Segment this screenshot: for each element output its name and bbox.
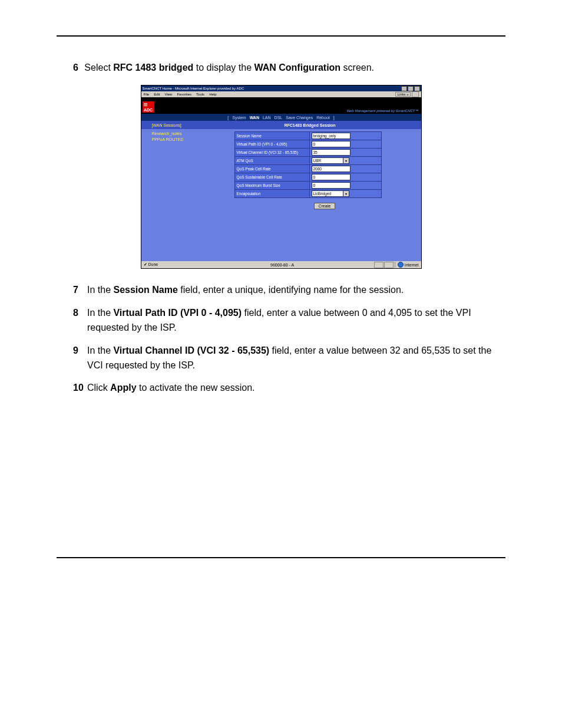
steps-list: 7In the Session Name field, enter a uniq…: [73, 283, 505, 396]
instruction-step: 9In the Virtual Channel ID (VCI 32 - 65,…: [73, 344, 505, 373]
step-number: 8: [73, 306, 78, 321]
form-row-value-cell: 0: [309, 182, 381, 190]
form-row-value-cell: bridging_only: [309, 132, 381, 140]
form-row-value-cell: UBR▾: [309, 157, 381, 165]
form-row: QoS Peak Cell Rate2000: [234, 165, 381, 173]
step-bold-text: Virtual Channel ID (VCI 32 - 65,535): [113, 345, 269, 355]
go-button-icon[interactable]: [412, 91, 419, 97]
form-row-label: Virtual Path ID (VPI 0 - 4,095): [234, 140, 309, 149]
form-row-value-cell: 0: [309, 140, 381, 149]
top-nav: [ System WAN LAN DSL Save Changes Reboot…: [141, 114, 421, 121]
nav-system[interactable]: System: [232, 116, 246, 120]
instr-screen-name: WAN Configuration: [254, 62, 340, 73]
nav-wan[interactable]: WAN: [250, 116, 259, 120]
menu-edit[interactable]: Edit: [154, 93, 160, 96]
minimize-icon[interactable]: [401, 86, 407, 91]
menu-favorites[interactable]: Favorites: [177, 93, 191, 96]
top-rule: [57, 35, 505, 37]
form-row-label: Session Name: [234, 132, 309, 140]
nav-bracket-left: [: [227, 116, 229, 120]
form-input[interactable]: 0: [312, 182, 351, 189]
instr-suffix: screen.: [340, 62, 374, 73]
status-mid: 96000-80 - A: [191, 263, 374, 267]
browser-menubar: File Edit View Favorites Tools Help Link…: [141, 91, 421, 97]
step-text: to activate the new session.: [137, 383, 255, 393]
sidebar-item-pppoa[interactable]: PPPoA ROUTED: [152, 137, 234, 141]
step-number: 7: [73, 283, 78, 298]
status-done-text: Done: [148, 262, 158, 266]
sub-nav-bar: [WAN Sessions] RFC1483 Bridged Session: [141, 121, 421, 129]
form-select[interactable]: UBR▾: [312, 157, 349, 164]
status-internet: Internet: [405, 263, 419, 267]
menu-help[interactable]: Help: [209, 93, 216, 96]
nav-lan[interactable]: LAN: [263, 116, 271, 120]
chevron-down-icon[interactable]: ▾: [343, 157, 349, 164]
form-input[interactable]: 0: [312, 141, 351, 147]
window-title: SmartCNCT Home - Microsoft Internet Expl…: [143, 87, 244, 90]
step-text: In the: [87, 285, 113, 295]
window-titlebar: SmartCNCT Home - Microsoft Internet Expl…: [141, 85, 421, 91]
step-number: 10: [73, 381, 84, 396]
form-input[interactable]: 35: [312, 149, 351, 156]
instruction-step: 10Click Apply to activate the new sessio…: [73, 381, 505, 396]
form-select-value[interactable]: LlcBridged: [312, 190, 343, 197]
nav-bracket-right: ]: [333, 116, 335, 120]
window-buttons: [401, 86, 420, 91]
chevron-down-icon[interactable]: ▾: [343, 190, 349, 197]
sidebar: Research_notes PPPoA ROUTED: [141, 129, 234, 253]
bottom-rule: [57, 557, 505, 558]
step-text: Click: [87, 383, 110, 393]
step-text: field, enter a unique, identifying name …: [178, 285, 404, 295]
form-row: Session Namebridging_only: [234, 132, 381, 140]
step-text: In the: [87, 345, 113, 355]
menu-view[interactable]: View: [165, 93, 173, 96]
form-row-label: QoS Sustainable Cell Rate: [234, 173, 309, 182]
form-select[interactable]: LlcBridged▾: [312, 190, 349, 197]
status-box-2: [384, 262, 394, 268]
create-button[interactable]: Create: [314, 203, 335, 209]
form-input[interactable]: 0: [312, 174, 351, 180]
menu-file[interactable]: File: [144, 93, 150, 96]
sidebar-item-research[interactable]: Research_notes: [152, 131, 234, 136]
step-text: In the: [87, 308, 113, 318]
form-select-value[interactable]: UBR: [312, 157, 343, 164]
form-row-label: QoS Peak Cell Rate: [234, 165, 309, 173]
menu-tools[interactable]: Tools: [196, 93, 204, 96]
maximize-icon[interactable]: [408, 86, 414, 91]
nav-dsl[interactable]: DSL: [275, 116, 283, 120]
form-row: QoS Sustainable Cell Rate0: [234, 173, 381, 182]
form-input[interactable]: 2000: [312, 166, 351, 172]
status-box-1: [374, 262, 384, 268]
form-row-value-cell: 0: [309, 173, 381, 182]
form-row-label: ATM QoS: [234, 157, 309, 165]
instruction-line: 6 Select RFC 1483 bridged to display the…: [73, 61, 505, 74]
nav-save[interactable]: Save Changes: [286, 116, 313, 120]
app-header: ADC Web Management powered by SmartCNCT™: [141, 97, 421, 114]
wan-sessions-link[interactable]: [WAN Sessions]: [141, 123, 234, 127]
panel-title: RFC1483 Bridged Session: [234, 123, 386, 127]
close-icon[interactable]: [414, 86, 420, 91]
form-row-value-cell: LlcBridged▾: [309, 190, 381, 198]
form-row: Virtual Path ID (VPI 0 - 4,095)0: [234, 140, 381, 149]
form-row-label: Virtual Channel ID (VCI 32 - 65,535): [234, 149, 309, 157]
step-bold-text: Apply: [110, 383, 136, 393]
nav-reboot[interactable]: Reboot: [316, 116, 330, 120]
main-panel: Session Namebridging_onlyVirtual Path ID…: [234, 129, 421, 253]
form-row: EncapsulationLlcBridged▾: [234, 190, 381, 198]
form-row: Virtual Channel ID (VCI 32 - 65,535)35: [234, 149, 381, 157]
form-input[interactable]: bridging_only: [312, 133, 351, 139]
app-tagline: Web Management powered by SmartCNCT™: [347, 109, 419, 113]
instr-link: RFC 1483 bridged: [113, 62, 193, 73]
form-row-label: Encapsulation: [234, 190, 309, 198]
adc-logo: ADC: [143, 101, 154, 113]
form-row: QoS Maximum Burst Size0: [234, 182, 381, 190]
step-number-6: 6: [73, 62, 78, 73]
instruction-step: 7In the Session Name field, enter a uniq…: [73, 283, 505, 298]
step-bold-text: Session Name: [113, 285, 177, 295]
form-row-value-cell: 35: [309, 149, 381, 157]
form-row-label: QoS Maximum Burst Size: [234, 182, 309, 190]
links-button[interactable]: Links »: [395, 92, 410, 97]
step-bold-text: Virtual Path ID (VPI 0 - 4,095): [113, 308, 242, 318]
form-row: ATM QoSUBR▾: [234, 157, 381, 165]
wan-config-screenshot: SmartCNCT Home - Microsoft Internet Expl…: [141, 85, 422, 269]
